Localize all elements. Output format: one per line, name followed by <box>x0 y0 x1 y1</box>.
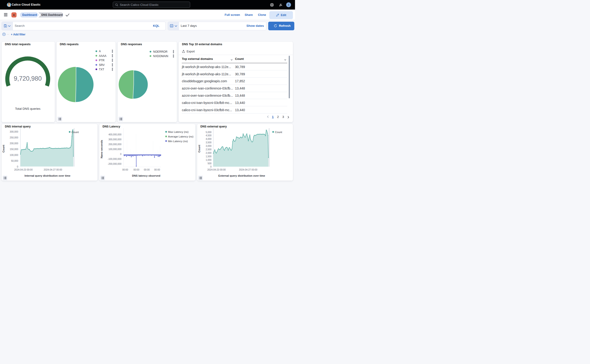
svg-text:00:00: 00:00 <box>144 169 149 171</box>
svg-text:2,500: 2,500 <box>206 148 212 151</box>
svg-text:4,500: 4,500 <box>206 134 212 137</box>
svg-text:-100,000,000: -100,000,000 <box>108 157 121 160</box>
svg-text:SRV: SRV <box>99 63 104 66</box>
svg-text:200,000: 200,000 <box>10 142 18 144</box>
svg-text:300,000,000: 300,000,000 <box>108 138 121 141</box>
svg-text:400,000,000: 400,000,000 <box>108 133 121 136</box>
svg-text:3,000: 3,000 <box>206 145 212 147</box>
svg-text:DNS latency observed: DNS latency observed <box>132 174 160 177</box>
svg-text:300,000: 300,000 <box>10 130 18 133</box>
svg-text:NOERROR: NOERROR <box>153 50 168 53</box>
svg-text:9,720,980: 9,720,980 <box>14 75 42 82</box>
svg-text:External query distribution ov: External query distribution over time <box>218 174 265 177</box>
svg-text:Nano seconds: Nano seconds <box>100 140 103 158</box>
svg-text:00:00: 00:00 <box>134 169 139 171</box>
svg-text:100,000: 100,000 <box>10 154 18 156</box>
svg-text:1,500: 1,500 <box>206 155 212 157</box>
svg-text:Average Latency (ns): Average Latency (ns) <box>168 135 193 138</box>
svg-text:Count: Count <box>198 145 201 152</box>
svg-text:250,000: 250,000 <box>10 136 18 139</box>
svg-text:5,000: 5,000 <box>206 131 212 133</box>
svg-text:0: 0 <box>210 165 212 168</box>
svg-text:AAAA: AAAA <box>99 54 106 57</box>
svg-text:NXDOMAIN: NXDOMAIN <box>153 54 168 58</box>
svg-text:0: 0 <box>17 165 18 168</box>
svg-text:Min Latency (ns): Min Latency (ns) <box>168 140 188 142</box>
svg-text:Dashboard: Dashboard <box>22 13 37 17</box>
svg-text:Count: Count <box>2 145 5 152</box>
svg-text:00:00: 00:00 <box>122 169 128 171</box>
svg-text:DNS Dashboard: DNS Dashboard <box>41 13 63 17</box>
svg-text:Count: Count <box>71 130 79 133</box>
svg-text:00:00: 00:00 <box>154 169 160 171</box>
svg-text:Internal query distribution ov: Internal query distribution over time <box>25 174 70 177</box>
svg-text:50,000: 50,000 <box>11 159 18 162</box>
svg-text:A: A <box>99 50 101 53</box>
svg-text:100,000,000: 100,000,000 <box>108 148 121 150</box>
svg-text:200,000,000: 200,000,000 <box>108 143 121 145</box>
svg-text:3,500: 3,500 <box>206 141 212 144</box>
svg-text:0: 0 <box>120 153 121 155</box>
svg-text:2024-04-23 00:00: 2024-04-23 00:00 <box>14 169 33 171</box>
svg-text:150,000: 150,000 <box>10 148 18 150</box>
svg-text:-200,000,000: -200,000,000 <box>108 162 121 165</box>
svg-text:2024-04-27 00:00: 2024-04-27 00:00 <box>239 169 257 171</box>
svg-text:Max Latency (ns): Max Latency (ns) <box>168 130 188 133</box>
svg-text:2,000: 2,000 <box>206 151 212 154</box>
svg-text:PTR: PTR <box>99 59 104 62</box>
svg-text:TXT: TXT <box>99 68 104 71</box>
svg-text:Count: Count <box>275 130 282 133</box>
svg-text:Total DNS queries: Total DNS queries <box>15 107 40 110</box>
svg-text:4,000: 4,000 <box>206 138 212 140</box>
svg-text:1,000: 1,000 <box>206 158 212 161</box>
svg-text:2024-04-23 00:00: 2024-04-23 00:00 <box>207 169 226 171</box>
svg-text:2024-04-27 00:00: 2024-04-27 00:00 <box>44 169 62 171</box>
svg-text:500: 500 <box>207 162 212 164</box>
